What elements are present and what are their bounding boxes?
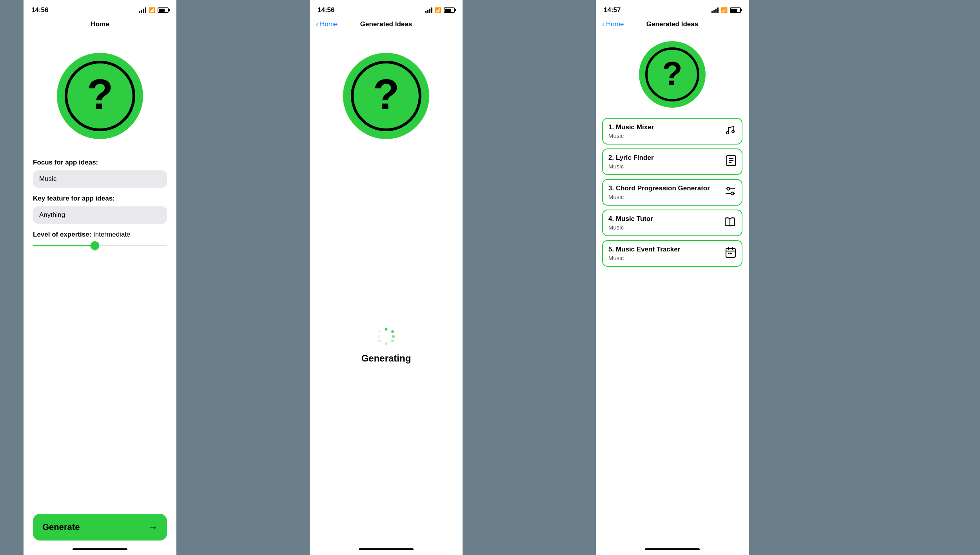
slider-fill	[33, 245, 93, 246]
status-time-3: 14:57	[604, 6, 621, 14]
logo-circle-inner-2: ?	[351, 61, 421, 131]
back-chevron-2: ‹	[316, 20, 318, 29]
wifi-icon-1: 📶	[149, 7, 155, 13]
result-item-content-5: 5. Music Event Tracker Music	[608, 246, 721, 261]
screen-2: 14:56 📶 ‹ Home Generated Ideas ?	[310, 0, 463, 555]
nav-back-label-2: Home	[320, 20, 338, 28]
battery-icon-1	[158, 7, 169, 13]
sliders-icon	[724, 186, 736, 199]
battery-icon-2	[444, 7, 455, 13]
svg-point-7	[727, 187, 730, 190]
svg-rect-16	[730, 253, 732, 254]
wifi-icon-3: 📶	[721, 7, 728, 13]
result-item-subtitle-1: Music	[608, 132, 720, 139]
expertise-label: Level of expertise: Intermediate	[33, 231, 167, 239]
status-icons-1: 📶	[139, 7, 169, 13]
logo-circle-2: ?	[343, 53, 429, 139]
logo-circle-inner-1: ?	[65, 61, 135, 131]
screen-1: 14:56 📶 Home ? Focus for app ideas:	[24, 0, 176, 555]
status-time-1: 14:56	[31, 6, 48, 14]
status-icons-3: 📶	[711, 7, 741, 13]
result-item-subtitle-3: Music	[608, 193, 720, 200]
svg-point-9	[731, 192, 734, 195]
book-icon	[726, 155, 736, 169]
result-item-1[interactable]: 1. Music Mixer Music	[602, 118, 742, 145]
battery-icon-3	[730, 7, 741, 13]
nav-bar-2: ‹ Home Generated Ideas	[310, 17, 463, 33]
feature-input[interactable]: Anything	[33, 206, 167, 224]
signal-icon-3	[711, 7, 719, 13]
generating-text: Generating	[361, 353, 411, 364]
home-indicator-3	[645, 548, 700, 550]
status-time-2: 14:56	[318, 6, 334, 14]
nav-title-2: Generated Ideas	[360, 20, 412, 28]
question-mark-3: ?	[662, 57, 682, 90]
music-note-icon	[724, 125, 736, 138]
result-item-content-2: 2. Lyric Finder Music	[608, 154, 722, 170]
back-chevron-3: ‹	[602, 20, 604, 29]
generating-section: Generating	[310, 151, 463, 541]
screen-3: 14:57 📶 ‹ Home Generated Ideas ?	[596, 0, 749, 555]
generate-btn-text: Generate	[42, 522, 80, 532]
open-book-icon	[724, 216, 736, 230]
result-item-2[interactable]: 2. Lyric Finder Music	[602, 148, 742, 175]
nav-back-3[interactable]: ‹ Home	[602, 20, 624, 29]
nav-bar-3: ‹ Home Generated Ideas	[596, 17, 749, 33]
home-indicator-1	[73, 548, 127, 550]
home-indicator-2	[359, 548, 414, 550]
nav-back-2[interactable]: ‹ Home	[316, 20, 338, 29]
status-bar-3: 14:57 📶	[596, 0, 749, 17]
logo-circle-3: ?	[639, 41, 706, 108]
app-logo-1: ?	[24, 33, 176, 151]
question-mark-1: ?	[87, 73, 113, 116]
app-logo-3: ?	[596, 33, 749, 114]
result-item-title-1: 1. Music Mixer	[608, 123, 720, 131]
status-bar-1: 14:56 📶	[24, 0, 176, 17]
signal-icon-2	[425, 7, 432, 13]
generate-btn-arrow: →	[148, 522, 158, 533]
result-item-subtitle-5: Music	[608, 255, 721, 261]
logo-circle-inner-3: ?	[645, 47, 699, 101]
result-item-subtitle-4: Music	[608, 224, 720, 231]
status-bar-2: 14:56 📶	[310, 0, 463, 17]
question-mark-2: ?	[373, 73, 399, 116]
nav-bar-1: Home	[24, 17, 176, 33]
result-item-title-2: 2. Lyric Finder	[608, 154, 722, 162]
result-item-title-5: 5. Music Event Tracker	[608, 246, 721, 253]
signal-icon-1	[139, 7, 146, 13]
result-item-3[interactable]: 3. Chord Progression Generator Music	[602, 179, 742, 206]
result-item-content-1: 1. Music Mixer Music	[608, 123, 720, 139]
logo-circle-1: ?	[57, 53, 143, 139]
result-item-content-3: 3. Chord Progression Generator Music	[608, 184, 720, 200]
expertise-value: Intermediate	[93, 231, 131, 238]
result-item-title-3: 3. Chord Progression Generator	[608, 184, 720, 192]
result-item-subtitle-2: Music	[608, 163, 722, 170]
result-item-title-4: 4. Music Tutor	[608, 215, 720, 223]
slider-track	[33, 245, 167, 246]
result-item-4[interactable]: 4. Music Tutor Music	[602, 210, 742, 236]
svg-rect-15	[728, 253, 730, 254]
app-logo-2: ?	[310, 33, 463, 151]
svg-point-0	[726, 132, 729, 134]
result-item-5[interactable]: 5. Music Event Tracker Music	[602, 240, 742, 267]
status-icons-2: 📶	[425, 7, 455, 13]
loading-spinner	[377, 328, 395, 345]
slider-thumb[interactable]	[91, 241, 99, 250]
nav-back-label-3: Home	[606, 20, 624, 28]
feature-label: Key feature for app ideas:	[33, 195, 167, 202]
calendar-icon	[725, 246, 736, 261]
expertise-slider[interactable]	[33, 245, 167, 246]
nav-title-3: Generated Ideas	[646, 20, 698, 28]
form-section-1: Focus for app ideas: Music Key feature f…	[24, 151, 176, 514]
results-section: 1. Music Mixer Music 2. Lyric Finder Mus…	[596, 114, 749, 541]
focus-label: Focus for app ideas:	[33, 159, 167, 166]
result-item-content-4: 4. Music Tutor Music	[608, 215, 720, 231]
generate-button[interactable]: Generate →	[33, 514, 167, 541]
svg-point-1	[732, 130, 734, 133]
wifi-icon-2: 📶	[435, 7, 441, 13]
nav-title-1: Home	[91, 20, 109, 28]
focus-input[interactable]: Music	[33, 170, 167, 188]
